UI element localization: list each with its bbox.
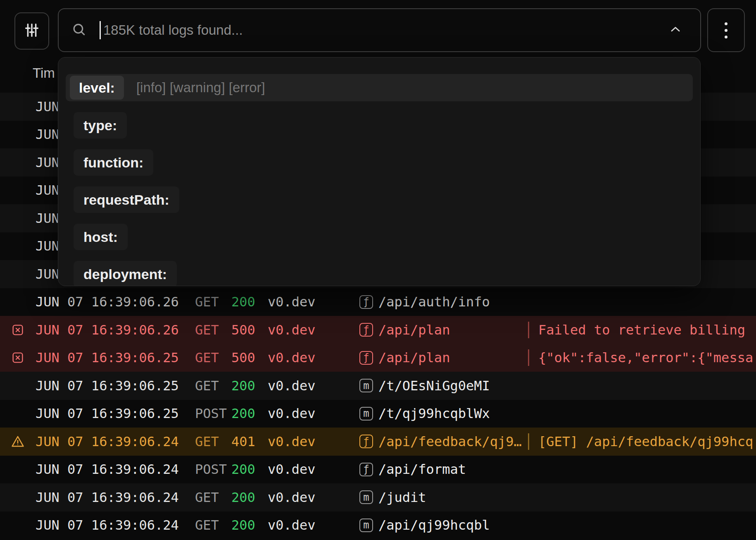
log-time: JUN 07 16:39:06.24	[36, 490, 195, 505]
log-row[interactable]: JUN 07 16:39:06.25 GET 200 v0.dev m /t/O…	[0, 372, 756, 400]
function-icon: ƒ	[359, 351, 378, 365]
request-path: /t/OEsNiGg0eMI	[378, 378, 490, 394]
middleware-icon: m	[359, 518, 378, 532]
http-method: GET	[195, 350, 231, 366]
status-code: 200	[231, 294, 268, 310]
message-divider	[528, 322, 529, 338]
middleware-icon: m	[359, 490, 378, 504]
search-icon	[71, 22, 87, 39]
search-input[interactable]	[103, 22, 668, 38]
function-icon: ƒ	[359, 463, 378, 476]
host: v0.dev	[268, 378, 359, 394]
host: v0.dev	[268, 294, 359, 310]
toolbar	[0, 0, 756, 54]
log-row[interactable]: JUN 07 16:39:06.25 POST 200 v0.dev m /t/…	[0, 400, 756, 428]
sliders-icon	[22, 21, 41, 41]
log-row[interactable]: JUN 07 16:39:06.24 GET 200 v0.dev m /jud…	[0, 483, 756, 511]
filter-suggestions-dropdown: level: [info] [warning] [error] type: fu…	[58, 57, 701, 286]
http-method: POST	[195, 461, 231, 477]
request-path: /judit	[378, 490, 426, 505]
host: v0.dev	[268, 322, 359, 338]
http-method: GET	[195, 322, 231, 338]
log-row[interactable]: JUN 07 16:39:06.26 GET 200 v0.dev ƒ /api…	[0, 288, 756, 316]
request-path: /api/qj99hcqbl	[378, 517, 490, 533]
http-method: POST	[195, 406, 231, 421]
error-icon	[0, 351, 36, 364]
http-method: GET	[195, 434, 231, 449]
message-divider	[528, 349, 529, 366]
suggestion-host[interactable]: host:	[74, 224, 128, 250]
suggestion-deployment[interactable]: deployment:	[74, 261, 177, 286]
suggestion-request-path[interactable]: requestPath:	[74, 186, 179, 213]
status-code: 200	[231, 378, 268, 394]
http-method: GET	[195, 378, 231, 394]
log-time: JUN 07 16:39:06.25	[36, 350, 195, 366]
suggestion-label: deployment:	[83, 266, 167, 282]
message-divider	[528, 433, 529, 450]
log-row-warning[interactable]: JUN 07 16:39:06.24 GET 401 v0.dev ƒ /api…	[0, 428, 756, 456]
status-code: 200	[231, 517, 268, 533]
log-time: JUN 07 16:39:06.24	[36, 517, 195, 533]
log-time: JUN 07 16:39:06.26	[36, 294, 195, 310]
host: v0.dev	[268, 517, 359, 533]
text-caret	[100, 21, 101, 39]
http-method: GET	[195, 490, 231, 505]
log-message: [GET] /api/feedback/qj99hcq	[538, 434, 753, 449]
log-row-error[interactable]: JUN 07 16:39:06.26 GET 500 v0.dev ƒ /api…	[0, 316, 756, 344]
middleware-icon: m	[359, 407, 378, 421]
time-column-header: Tim	[33, 65, 55, 81]
request-path: /api/plan	[378, 350, 528, 366]
log-time: JUN 07 16:39:06.24	[36, 461, 195, 477]
status-code: 500	[231, 350, 268, 366]
log-time: JUN 07 16:39:06.24	[36, 434, 195, 449]
http-method: GET	[195, 294, 231, 310]
host: v0.dev	[268, 406, 359, 421]
suggestion-label: host:	[83, 229, 118, 245]
log-time: JUN 07 16:39:06.26	[36, 322, 195, 338]
function-icon: ƒ	[359, 295, 378, 309]
log-message: {"ok":false,"error":{"messa	[538, 350, 753, 366]
request-path: /t/qj99hcqblWx	[378, 406, 490, 421]
chevron-up-icon[interactable]	[668, 22, 683, 38]
http-method: GET	[195, 517, 231, 533]
logs-screen: Tim JUN JUN JUN JUN JUN JUN JUN JUN 07 1…	[0, 0, 756, 540]
host: v0.dev	[268, 350, 359, 366]
log-message: Failed to retrieve billing	[538, 322, 753, 338]
host: v0.dev	[268, 434, 359, 449]
filter-button[interactable]	[14, 12, 49, 50]
request-path: /api/feedback/qj9…	[378, 434, 528, 449]
status-code: 401	[231, 434, 268, 449]
warning-icon	[0, 435, 36, 449]
log-row[interactable]: JUN 07 16:39:06.24 POST 200 v0.dev ƒ /ap…	[0, 456, 756, 484]
suggestion-label: level:	[70, 76, 124, 100]
suggestion-function[interactable]: function:	[74, 149, 153, 176]
log-time: JUN 07 16:39:06.25	[36, 378, 195, 394]
middleware-icon: m	[359, 379, 378, 392]
log-time: JUN 07 16:39:06.25	[36, 406, 195, 421]
log-row[interactable]: JUN 07 16:39:06.24 GET 200 v0.dev m /api…	[0, 511, 756, 540]
function-icon: ƒ	[359, 435, 378, 448]
status-code: 200	[231, 406, 268, 421]
function-icon: ƒ	[359, 323, 378, 337]
suggestion-label: requestPath:	[83, 192, 169, 208]
suggestion-level[interactable]: level: [info] [warning] [error]	[66, 74, 693, 101]
suggestion-hint: [info] [warning] [error]	[136, 80, 265, 96]
log-row-error[interactable]: JUN 07 16:39:06.25 GET 500 v0.dev ƒ /api…	[0, 344, 756, 372]
host: v0.dev	[268, 461, 359, 477]
suggestion-label: function:	[83, 155, 143, 171]
request-path: /api/auth/info	[378, 294, 490, 310]
request-path: /api/plan	[378, 322, 528, 338]
suggestion-label: type:	[83, 117, 117, 134]
host: v0.dev	[268, 490, 359, 505]
status-code: 200	[231, 490, 268, 505]
status-code: 500	[231, 322, 268, 338]
kebab-menu-icon	[725, 22, 727, 38]
search-bar[interactable]	[58, 8, 701, 52]
overflow-menu-button[interactable]	[707, 8, 745, 52]
suggestion-type[interactable]: type:	[74, 112, 127, 139]
status-code: 200	[231, 461, 268, 477]
request-path: /api/format	[378, 461, 466, 477]
error-icon	[0, 323, 36, 337]
